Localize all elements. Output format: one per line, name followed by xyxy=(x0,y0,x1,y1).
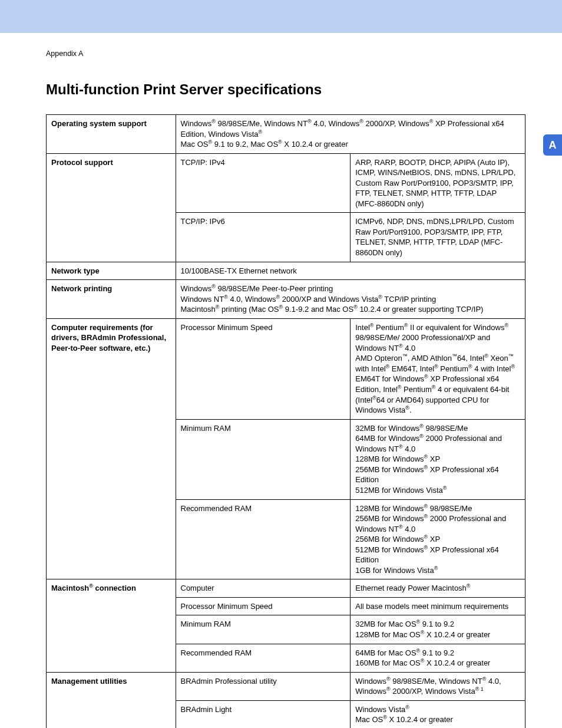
mac-recram-label: Recommended RAM xyxy=(176,644,351,672)
os-support-value: Windows® 98/98SE/Me, Windows NT® 4.0, Wi… xyxy=(176,115,525,154)
page-title: Multi-function Print Server specificatio… xyxy=(46,81,525,98)
table-row: Macintosh® connection Computer Ethernet … xyxy=(47,579,525,598)
mac-minram-value: 32MB for Mac OS® 9.1 to 9.2128MB for Mac… xyxy=(351,615,525,644)
breadcrumb: Appendix A xyxy=(46,50,525,58)
mac-minram-label: Minimum RAM xyxy=(176,615,351,644)
bradmin-light-value: Windows Vista®Mac OS® X 10.2.4 or greate… xyxy=(351,700,525,728)
mac-conn-label: Macintosh® connection xyxy=(47,579,176,672)
network-type-value: 10/100BASE-TX Ethernet network xyxy=(176,262,525,280)
table-row: Protocol support TCP/IP: IPv4 ARP, RARP,… xyxy=(47,153,525,213)
table-row: Network type 10/100BASE-TX Ethernet netw… xyxy=(47,262,525,280)
computer-req-label: Computer requirements (for drivers, BRAd… xyxy=(47,318,176,579)
network-type-label: Network type xyxy=(47,262,176,280)
table-row: Computer requirements (for drivers, BRAd… xyxy=(47,318,525,419)
bradmin-light-label: BRAdmin Light xyxy=(176,700,351,728)
bradmin-pro-value: Windows® 98/98SE/Me, Windows NT® 4.0, Wi… xyxy=(351,672,525,700)
rec-ram-label: Recommended RAM xyxy=(176,499,351,579)
mac-computer-label: Computer xyxy=(176,579,351,598)
ipv6-label: TCP/IP: IPv6 xyxy=(176,213,351,262)
spec-table: Operating system support Windows® 98/98S… xyxy=(46,114,525,728)
proc-min-speed-label: Processor Minimum Speed xyxy=(176,318,351,419)
protocol-label: Protocol support xyxy=(47,153,176,262)
page-content: A Appendix A Multi-function Print Server… xyxy=(0,33,562,728)
ipv4-label: TCP/IP: IPv4 xyxy=(176,153,351,213)
mac-proc-label: Processor Minimum Speed xyxy=(176,597,351,615)
table-row: Network printing Windows® 98/98SE/Me Pee… xyxy=(47,280,525,319)
mac-recram-value: 64MB for Mac OS® 9.1 to 9.2160MB for Mac… xyxy=(351,644,525,672)
network-printing-value: Windows® 98/98SE/Me Peer-to-Peer printin… xyxy=(176,280,525,319)
mac-proc-value: All base models meet minimum requirement… xyxy=(351,597,525,615)
mgmt-label: Management utilities xyxy=(47,672,176,728)
network-printing-label: Network printing xyxy=(47,280,176,319)
min-ram-value: 32MB for Windows® 98/98SE/Me64MB for Win… xyxy=(351,419,525,499)
rec-ram-value: 128MB for Windows® 98/98SE/Me256MB for W… xyxy=(351,499,525,579)
proc-min-speed-value: Intel® Pentium® II or equivalent for Win… xyxy=(351,318,525,419)
table-row: Operating system support Windows® 98/98S… xyxy=(47,115,525,154)
top-bar xyxy=(0,0,562,33)
bradmin-pro-label: BRAdmin Professional utility xyxy=(176,672,351,700)
section-tab: A xyxy=(543,134,562,156)
min-ram-label: Minimum RAM xyxy=(176,419,351,499)
ipv6-value: ICMPv6, NDP, DNS, mDNS,LPR/LPD, Custom R… xyxy=(351,213,525,262)
table-row: Management utilities BRAdmin Professiona… xyxy=(47,672,525,700)
ipv4-value: ARP, RARP, BOOTP, DHCP, APIPA (Auto IP),… xyxy=(351,153,525,213)
os-support-label: Operating system support xyxy=(47,115,176,154)
mac-computer-value: Ethernet ready Power Macintosh® xyxy=(351,579,525,598)
